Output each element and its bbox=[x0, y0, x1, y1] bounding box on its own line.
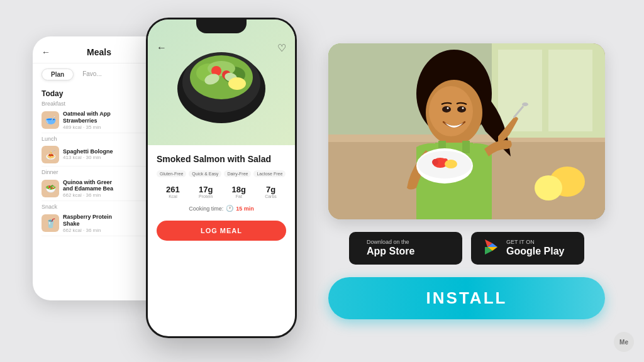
meal-meta-snack: 662 kcal · 36 min bbox=[63, 228, 156, 233]
meal-meta-breakfast: 489 kcal · 35 min bbox=[63, 124, 156, 130]
google-play-text: GET IT ON Google Play bbox=[506, 239, 564, 257]
tag-dairy-free: Dairy-Free bbox=[224, 170, 251, 177]
nutrition-kcal: 261 Kcal bbox=[166, 185, 180, 199]
kitchen-bg-svg bbox=[328, 43, 605, 219]
svg-point-33 bbox=[432, 159, 438, 165]
tag-quick-easy: Quick & Easy bbox=[189, 170, 221, 177]
tag-gluten-free: Gluten-Free bbox=[157, 170, 186, 177]
back-arrow-icon: ← bbox=[42, 47, 50, 57]
meals-title: Meals bbox=[87, 47, 111, 57]
tag-lactose-free: Lactose Free bbox=[253, 170, 286, 177]
tab-row: Plan Favo... bbox=[33, 63, 165, 85]
category-dinner: Dinner bbox=[42, 169, 156, 175]
meal-info-snack: Raspberry ProteinShake 662 kcal · 36 min bbox=[63, 214, 156, 233]
svg-rect-15 bbox=[498, 50, 542, 131]
meal-info-lunch: Spaghetti Bologne 413 kcal · 30 min bbox=[63, 148, 156, 161]
meal-thumb-snack: 🥤 bbox=[42, 214, 59, 232]
meal-item-dinner[interactable]: 🥗 Quinoa with Greerand Edamame Bea 662 k… bbox=[42, 177, 156, 202]
svg-point-35 bbox=[445, 160, 457, 168]
meal-name-lunch: Spaghetti Bologne bbox=[63, 148, 156, 155]
carbs-value: 7g bbox=[265, 185, 277, 194]
cooking-label: Cooking time: bbox=[189, 206, 223, 212]
app-store-sub: Download on the bbox=[367, 239, 414, 245]
left-side: ← Meals ⓘ Plan Favo... Today Breakfast 🥣… bbox=[33, 18, 297, 344]
kcal-value: 261 bbox=[166, 185, 180, 194]
google-play-button[interactable]: GET IT ON Google Play bbox=[471, 232, 584, 265]
tags-row: Gluten-Free Quick & Easy Dairy-Free Lact… bbox=[157, 170, 286, 177]
meal-name-breakfast: Oatmeal with AppStrawberries bbox=[63, 111, 156, 124]
main-container: ← Meals ⓘ Plan Favo... Today Breakfast 🥣… bbox=[8, 9, 636, 353]
svg-point-22 bbox=[447, 107, 449, 109]
svg-point-29 bbox=[522, 102, 528, 106]
foreground-phone: ← ♡ bbox=[146, 18, 297, 338]
meal-meta-lunch: 413 kcal · 30 min bbox=[63, 155, 156, 160]
store-buttons: Download on the App Store GET IT ON bbox=[349, 232, 584, 265]
bg-phone-header: ← Meals ⓘ bbox=[33, 36, 165, 63]
meal-item-snack[interactable]: 🥤 Raspberry ProteinShake 662 kcal · 36 m… bbox=[42, 211, 156, 236]
category-lunch: Lunch bbox=[42, 136, 156, 142]
app-store-button[interactable]: Download on the App Store bbox=[349, 232, 462, 265]
log-meal-button[interactable]: LOG MEAL bbox=[157, 221, 286, 241]
cooking-time-value: 15 min bbox=[236, 206, 254, 212]
carbs-label: Carbs bbox=[265, 194, 277, 199]
meal-item-breakfast[interactable]: 🥣 Oatmeal with AppStrawberries 489 kcal … bbox=[42, 108, 156, 133]
meal-item-lunch[interactable]: 🍝 Spaghetti Bologne 413 kcal · 30 min bbox=[42, 143, 156, 167]
category-snack: Snack bbox=[42, 204, 156, 210]
meal-meta-dinner: 662 kcal · 36 min bbox=[63, 192, 156, 198]
google-play-main: Google Play bbox=[506, 245, 564, 257]
meal-thumb-dinner: 🥗 bbox=[42, 180, 59, 197]
cooking-time-row: Cooking time: 🕐 15 min bbox=[157, 205, 286, 212]
meal-name-dinner: Quinoa with Greerand Edamame Bea bbox=[63, 179, 156, 193]
app-store-text: Download on the App Store bbox=[367, 239, 414, 257]
nutrition-carbs: 7g Carbs bbox=[265, 185, 277, 199]
me-badge: Me bbox=[614, 332, 634, 352]
meal-name-snack: Raspberry ProteinShake bbox=[63, 214, 156, 228]
svg-point-23 bbox=[457, 106, 466, 112]
svg-point-24 bbox=[462, 107, 464, 109]
recipe-image-area: ← ♡ bbox=[148, 19, 295, 145]
nutrition-fat: 18g Fat bbox=[232, 185, 246, 199]
clock-icon: 🕐 bbox=[226, 205, 233, 212]
recipe-content: Smoked Salmon with Salad Gluten-Free Qui… bbox=[148, 145, 295, 250]
recipe-nav: ← ♡ bbox=[148, 37, 295, 59]
recipe-heart-icon[interactable]: ♡ bbox=[277, 42, 286, 54]
fat-value: 18g bbox=[232, 185, 246, 194]
fat-label: Fat bbox=[232, 194, 246, 199]
svg-point-10 bbox=[228, 77, 246, 90]
protein-value: 17g bbox=[199, 185, 213, 194]
svg-point-37 bbox=[535, 175, 562, 200]
svg-rect-27 bbox=[462, 141, 470, 153]
recipe-back-icon[interactable]: ← bbox=[157, 42, 167, 54]
svg-point-21 bbox=[442, 106, 451, 112]
google-play-icon bbox=[482, 238, 500, 258]
install-button[interactable]: INSTALL bbox=[328, 277, 605, 319]
recipe-title: Smoked Salmon with Salad bbox=[157, 154, 286, 164]
svg-rect-16 bbox=[548, 50, 592, 131]
meal-section: Today Breakfast 🥣 Oatmeal with AppStrawb… bbox=[33, 89, 165, 236]
meal-info-breakfast: Oatmeal with AppStrawberries 489 kcal · … bbox=[63, 111, 156, 130]
tab-plan[interactable]: Plan bbox=[42, 69, 74, 80]
protein-label: Protein bbox=[199, 194, 213, 199]
meal-thumb-lunch: 🍝 bbox=[42, 146, 59, 163]
category-breakfast: Breakfast bbox=[42, 101, 156, 107]
phone-notch bbox=[196, 19, 247, 33]
right-side: Download on the App Store GET IT ON bbox=[297, 43, 611, 319]
google-play-sub: GET IT ON bbox=[506, 239, 564, 245]
photo-card bbox=[328, 43, 605, 219]
app-store-main: App Store bbox=[367, 245, 414, 257]
svg-point-20 bbox=[429, 86, 473, 136]
meal-thumb-breakfast: 🥣 bbox=[42, 111, 59, 129]
nutrition-protein: 17g Protein bbox=[199, 185, 213, 199]
day-label: Today bbox=[42, 89, 156, 98]
kcal-label: Kcal bbox=[166, 194, 180, 199]
meal-info-dinner: Quinoa with Greerand Edamame Bea 662 kca… bbox=[63, 179, 156, 199]
background-phone: ← Meals ⓘ Plan Favo... Today Breakfast 🥣… bbox=[33, 36, 165, 300]
nutrition-row: 261 Kcal 17g Protein 18g Fat 7g Carbs bbox=[157, 185, 286, 199]
tab-favorites[interactable]: Favo... bbox=[79, 69, 106, 80]
